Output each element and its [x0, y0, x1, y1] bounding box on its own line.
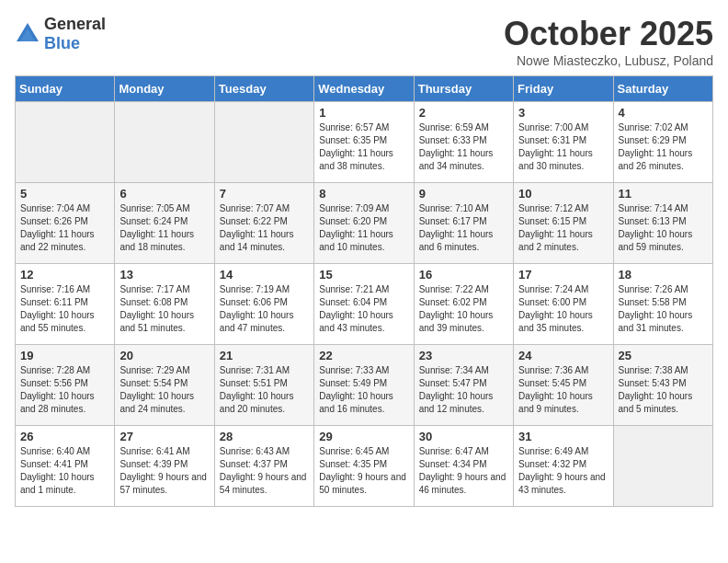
calendar-cell: 4Sunrise: 7:02 AM Sunset: 6:29 PM Daylig…: [613, 102, 712, 183]
day-info: Sunrise: 7:28 AM Sunset: 5:56 PM Dayligh…: [20, 364, 109, 416]
day-number: 23: [419, 349, 508, 362]
calendar-cell: 3Sunrise: 7:00 AM Sunset: 6:31 PM Daylig…: [514, 102, 613, 183]
day-number: 18: [619, 268, 708, 282]
day-number: 24: [518, 349, 608, 362]
day-header-thursday: Thursday: [414, 76, 513, 102]
day-info: Sunrise: 7:10 AM Sunset: 6:17 PM Dayligh…: [419, 202, 508, 254]
calendar-cell: 27Sunrise: 6:41 AM Sunset: 4:39 PM Dayli…: [115, 426, 214, 507]
day-info: Sunrise: 6:43 AM Sunset: 4:37 PM Dayligh…: [220, 445, 309, 497]
day-info: Sunrise: 7:14 AM Sunset: 6:13 PM Dayligh…: [619, 202, 708, 254]
days-header-row: SundayMondayTuesdayWednesdayThursdayFrid…: [16, 76, 713, 102]
day-info: Sunrise: 7:34 AM Sunset: 5:47 PM Dayligh…: [419, 364, 508, 416]
calendar-subtitle: Nowe Miasteczko, Lubusz, Poland: [504, 53, 713, 68]
day-info: Sunrise: 7:02 AM Sunset: 6:29 PM Dayligh…: [619, 121, 708, 173]
calendar-cell: 5Sunrise: 7:04 AM Sunset: 6:26 PM Daylig…: [16, 183, 115, 264]
calendar-cell: 28Sunrise: 6:43 AM Sunset: 4:37 PM Dayli…: [214, 426, 313, 507]
day-header-sunday: Sunday: [16, 76, 115, 102]
calendar-title: October 2025: [504, 15, 713, 53]
header: General Blue October 2025 Nowe Miasteczk…: [15, 15, 713, 68]
logo: General Blue: [15, 15, 106, 53]
day-number: 27: [119, 430, 209, 443]
day-info: Sunrise: 6:41 AM Sunset: 4:39 PM Dayligh…: [119, 445, 209, 497]
day-info: Sunrise: 7:26 AM Sunset: 5:58 PM Dayligh…: [619, 283, 708, 335]
day-number: 6: [119, 187, 209, 201]
day-number: 19: [20, 349, 109, 362]
day-number: 25: [619, 349, 708, 362]
day-info: Sunrise: 7:12 AM Sunset: 6:15 PM Dayligh…: [518, 202, 608, 254]
calendar-cell: 31Sunrise: 6:49 AM Sunset: 4:32 PM Dayli…: [514, 426, 613, 507]
day-number: 9: [419, 187, 508, 201]
calendar-cell: 8Sunrise: 7:09 AM Sunset: 6:20 PM Daylig…: [314, 183, 414, 264]
day-number: 4: [619, 106, 708, 120]
day-number: 31: [518, 430, 608, 443]
day-info: Sunrise: 6:57 AM Sunset: 6:35 PM Dayligh…: [319, 121, 408, 173]
day-number: 8: [319, 187, 408, 201]
day-info: Sunrise: 6:47 AM Sunset: 4:34 PM Dayligh…: [419, 445, 508, 497]
calendar-cell: [115, 102, 214, 183]
calendar-cell: 13Sunrise: 7:17 AM Sunset: 6:08 PM Dayli…: [115, 264, 214, 345]
day-info: Sunrise: 7:36 AM Sunset: 5:45 PM Dayligh…: [518, 364, 608, 416]
day-number: 29: [319, 430, 408, 443]
week-row-1: 1Sunrise: 6:57 AM Sunset: 6:35 PM Daylig…: [16, 102, 713, 183]
day-number: 21: [220, 349, 309, 362]
calendar-cell: 19Sunrise: 7:28 AM Sunset: 5:56 PM Dayli…: [16, 345, 115, 426]
day-info: Sunrise: 6:59 AM Sunset: 6:33 PM Dayligh…: [419, 121, 508, 173]
calendar-cell: 1Sunrise: 6:57 AM Sunset: 6:35 PM Daylig…: [314, 102, 414, 183]
day-number: 7: [220, 187, 309, 201]
logo-text-general: General: [44, 15, 106, 33]
calendar-cell: 10Sunrise: 7:12 AM Sunset: 6:15 PM Dayli…: [514, 183, 613, 264]
logo-icon: [15, 21, 40, 47]
day-info: Sunrise: 6:49 AM Sunset: 4:32 PM Dayligh…: [518, 445, 608, 497]
day-info: Sunrise: 7:00 AM Sunset: 6:31 PM Dayligh…: [518, 121, 608, 173]
day-header-monday: Monday: [115, 76, 214, 102]
calendar-cell: 24Sunrise: 7:36 AM Sunset: 5:45 PM Dayli…: [514, 345, 613, 426]
calendar-cell: 15Sunrise: 7:21 AM Sunset: 6:04 PM Dayli…: [314, 264, 414, 345]
day-info: Sunrise: 7:05 AM Sunset: 6:24 PM Dayligh…: [119, 202, 209, 254]
calendar-cell: 6Sunrise: 7:05 AM Sunset: 6:24 PM Daylig…: [115, 183, 214, 264]
calendar-cell: 18Sunrise: 7:26 AM Sunset: 5:58 PM Dayli…: [613, 264, 712, 345]
day-header-wednesday: Wednesday: [314, 76, 414, 102]
day-info: Sunrise: 7:38 AM Sunset: 5:43 PM Dayligh…: [619, 364, 708, 416]
day-info: Sunrise: 7:07 AM Sunset: 6:22 PM Dayligh…: [220, 202, 309, 254]
logo-text-blue: Blue: [44, 34, 80, 52]
week-row-2: 5Sunrise: 7:04 AM Sunset: 6:26 PM Daylig…: [16, 183, 713, 264]
week-row-5: 26Sunrise: 6:40 AM Sunset: 4:41 PM Dayli…: [16, 426, 713, 507]
day-number: 15: [319, 268, 408, 282]
calendar-cell: 29Sunrise: 6:45 AM Sunset: 4:35 PM Dayli…: [314, 426, 414, 507]
day-header-saturday: Saturday: [613, 76, 712, 102]
week-row-3: 12Sunrise: 7:16 AM Sunset: 6:11 PM Dayli…: [16, 264, 713, 345]
day-number: 26: [20, 430, 109, 443]
calendar-cell: 14Sunrise: 7:19 AM Sunset: 6:06 PM Dayli…: [214, 264, 313, 345]
day-info: Sunrise: 6:45 AM Sunset: 4:35 PM Dayligh…: [319, 445, 408, 497]
calendar-cell: 30Sunrise: 6:47 AM Sunset: 4:34 PM Dayli…: [414, 426, 513, 507]
day-info: Sunrise: 7:17 AM Sunset: 6:08 PM Dayligh…: [119, 283, 209, 335]
calendar-cell: 16Sunrise: 7:22 AM Sunset: 6:02 PM Dayli…: [414, 264, 513, 345]
calendar-cell: [16, 102, 115, 183]
day-number: 1: [319, 106, 408, 120]
calendar-cell: [214, 102, 313, 183]
calendar-cell: 22Sunrise: 7:33 AM Sunset: 5:49 PM Dayli…: [314, 345, 414, 426]
day-number: 16: [419, 268, 508, 282]
calendar-cell: 11Sunrise: 7:14 AM Sunset: 6:13 PM Dayli…: [613, 183, 712, 264]
calendar-cell: 23Sunrise: 7:34 AM Sunset: 5:47 PM Dayli…: [414, 345, 513, 426]
day-info: Sunrise: 7:22 AM Sunset: 6:02 PM Dayligh…: [419, 283, 508, 335]
calendar-table: SundayMondayTuesdayWednesdayThursdayFrid…: [15, 75, 713, 507]
day-info: Sunrise: 7:19 AM Sunset: 6:06 PM Dayligh…: [220, 283, 309, 335]
day-header-friday: Friday: [514, 76, 613, 102]
day-number: 28: [220, 430, 309, 443]
day-number: 5: [20, 187, 109, 201]
calendar-cell: 17Sunrise: 7:24 AM Sunset: 6:00 PM Dayli…: [514, 264, 613, 345]
day-number: 20: [119, 349, 209, 362]
day-number: 14: [220, 268, 309, 282]
calendar-cell: 21Sunrise: 7:31 AM Sunset: 5:51 PM Dayli…: [214, 345, 313, 426]
day-number: 12: [20, 268, 109, 282]
day-number: 22: [319, 349, 408, 362]
calendar-cell: [613, 426, 712, 507]
day-number: 30: [419, 430, 508, 443]
day-number: 13: [119, 268, 209, 282]
day-number: 17: [518, 268, 608, 282]
calendar-cell: 26Sunrise: 6:40 AM Sunset: 4:41 PM Dayli…: [16, 426, 115, 507]
week-row-4: 19Sunrise: 7:28 AM Sunset: 5:56 PM Dayli…: [16, 345, 713, 426]
day-number: 2: [419, 106, 508, 120]
day-number: 11: [619, 187, 708, 201]
